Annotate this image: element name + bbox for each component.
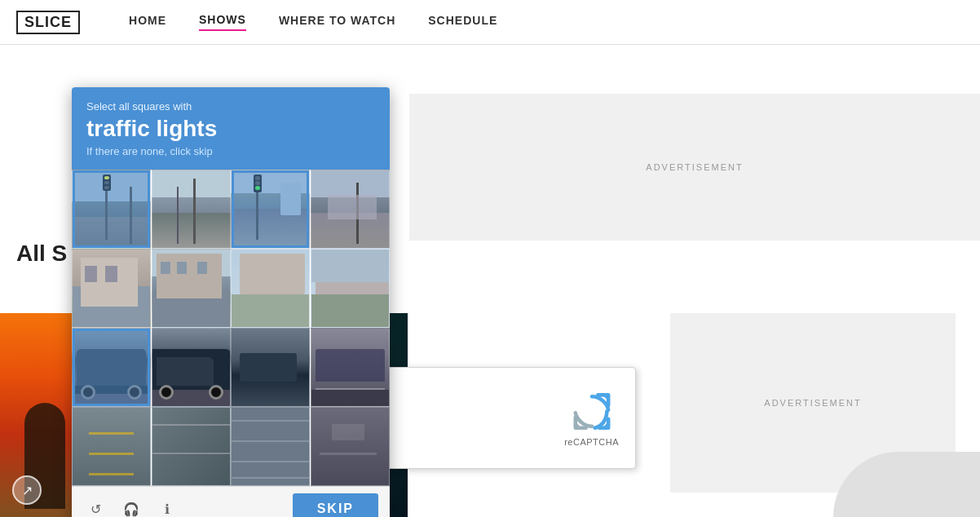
captcha-cell-7[interactable] [231, 249, 310, 328]
captcha-cell-14[interactable] [152, 407, 231, 486]
captcha-grid [72, 167, 390, 486]
captcha-cell-15[interactable] [231, 407, 310, 486]
captcha-info-button[interactable]: ℹ [155, 497, 179, 517]
recaptcha-right: reCAPTCHA [564, 389, 619, 447]
recaptcha-logo-icon [567, 389, 616, 434]
captcha-cell-3[interactable] [231, 170, 310, 249]
captcha-skip-button[interactable]: SKIP [293, 493, 378, 517]
recaptcha-brand-label: reCAPTCHA [564, 437, 619, 447]
captcha-cell-12[interactable] [311, 328, 390, 407]
show-card-1-arrow[interactable]: ↗ [12, 475, 42, 505]
footer-icons: ↺ 🎧 ℹ [83, 497, 179, 517]
captcha-cell-11[interactable] [231, 328, 310, 407]
captcha-cell-5[interactable] [72, 249, 151, 328]
nav-where-to-watch[interactable]: WHERE TO WATCH [279, 14, 395, 30]
advertisement-top: ADVERTISEMENT [409, 94, 980, 241]
captcha-audio-button[interactable]: 🎧 [119, 497, 143, 517]
captcha-modal: Select all squares with traffic lights I… [72, 87, 390, 517]
captcha-cell-10[interactable] [152, 328, 231, 407]
all-shows-heading: All S [16, 241, 67, 267]
nav-shows[interactable]: SHOWS [199, 13, 246, 31]
captcha-cell-8[interactable] [311, 249, 390, 328]
captcha-reload-button[interactable]: ↺ [83, 497, 108, 517]
main-content: All S ↗ ADVERTISEMENT ADVERT [0, 45, 980, 517]
ad-label-top: ADVERTISEMENT [646, 162, 743, 172]
captcha-cell-9[interactable] [72, 328, 151, 407]
captcha-instruction-large: traffic lights [86, 116, 375, 142]
main-nav: HOME SHOWS WHERE TO WATCH SCHEDULE [129, 13, 497, 31]
captcha-cell-6[interactable] [152, 249, 231, 328]
captcha-header: Select all squares with traffic lights I… [72, 87, 390, 167]
captcha-cell-2[interactable] [152, 170, 231, 249]
captcha-cell-16[interactable] [311, 407, 390, 486]
nav-schedule[interactable]: SCHEDULE [428, 14, 497, 30]
ad-label-bottom: ADVERTISEMENT [764, 398, 861, 408]
header: SLICE HOME SHOWS WHERE TO WATCH SCHEDULE [0, 0, 980, 45]
captcha-cell-1[interactable] [72, 170, 151, 249]
site-logo[interactable]: SLICE [16, 11, 80, 34]
captcha-instruction-sub: If there are none, click skip [86, 145, 375, 157]
nav-home[interactable]: HOME [129, 14, 166, 30]
captcha-footer: ↺ 🎧 ℹ SKIP [72, 486, 390, 517]
captcha-cell-4[interactable] [311, 170, 390, 249]
captcha-cell-13[interactable] [72, 407, 151, 486]
captcha-instruction-small: Select all squares with [86, 100, 375, 113]
